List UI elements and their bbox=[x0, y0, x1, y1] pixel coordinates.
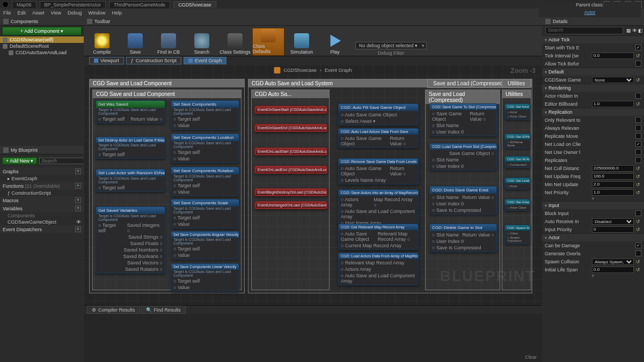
node-u1[interactable]: CGD::Set Actor RoActorActor Class bbox=[504, 104, 530, 120]
node-ev6[interactable]: EventUnchangedOnLoad (CGDAutoSaveAndLoad… bbox=[254, 201, 327, 209]
node-ev5[interactable]: EventBeginDestroyOnLoad (CGDAutoSaveAndL… bbox=[254, 188, 327, 196]
text-input[interactable] bbox=[592, 189, 634, 196]
grid-icon[interactable]: ▦ bbox=[626, 28, 631, 33]
component-autosave[interactable]: CGDAutoSaveAndLoad bbox=[0, 49, 84, 56]
node-u3[interactable]: CGD::Get All ActorComponent bbox=[504, 156, 530, 168]
toolbtn-compile[interactable]: Compile bbox=[86, 28, 118, 56]
reset-icon[interactable]: ↺ bbox=[636, 166, 641, 171]
window-tab-0[interactable]: Map06 bbox=[12, 1, 36, 8]
tab-compiler-results[interactable]: ⚙Compiler Results bbox=[87, 306, 140, 314]
checkbox[interactable]: ✓ bbox=[635, 141, 641, 147]
reset-icon[interactable]: ↺ bbox=[636, 219, 641, 224]
section-variables[interactable]: Variables+ bbox=[0, 204, 84, 212]
node-set-comp-rot[interactable]: Set Save Components RotationTarget is CG… bbox=[171, 167, 239, 196]
details-search[interactable]: Search bbox=[545, 27, 623, 34]
reset-icon[interactable]: ↺ bbox=[636, 267, 641, 272]
details-cat-replication[interactable]: Replication bbox=[542, 108, 644, 116]
node-u5[interactable]: CGD::Set UniqueActor Class bbox=[504, 199, 530, 211]
components-panel-title[interactable]: Components bbox=[0, 17, 84, 26]
tab-viewport[interactable]: Viewport bbox=[89, 57, 124, 64]
toolbtn-simulation[interactable]: Simulation bbox=[286, 28, 318, 56]
variables-sub[interactable]: Components bbox=[0, 212, 84, 219]
node-set-comp[interactable]: Set Save ComponentsTarget is CGDAuto Sav… bbox=[171, 100, 239, 130]
parent-class-link[interactable]: Actor bbox=[584, 10, 595, 15]
details-panel-title[interactable]: Details bbox=[542, 17, 644, 26]
node-u4[interactable]: CGD::Set Level OActor bbox=[504, 178, 530, 189]
reset-icon[interactable]: ↺ bbox=[636, 77, 641, 83]
menu-window[interactable]: Window bbox=[88, 10, 105, 16]
window-tab-1[interactable]: BP_SimplePersistentActor bbox=[40, 1, 106, 8]
node-autofill[interactable]: CGD::Auto Fill Save Game ObjectAuto Save… bbox=[338, 104, 419, 125]
node-set-comp-loc[interactable]: Set Save Components LocationTarget is CG… bbox=[171, 134, 239, 163]
reset-icon[interactable]: ↺ bbox=[636, 190, 641, 195]
node-set-comp-lin[interactable]: Set Save Components Linear VelocityTarge… bbox=[171, 263, 239, 292]
details-cat-actor[interactable]: Actor bbox=[542, 233, 644, 241]
section-graphs[interactable]: Graphs+ bbox=[0, 167, 84, 175]
node-u2[interactable]: CGD::Get ID/NameID/Name None bbox=[504, 134, 530, 149]
text-input[interactable] bbox=[592, 53, 634, 59]
text-input[interactable] bbox=[592, 181, 634, 188]
dropdown[interactable]: Always Spawn, Ignore Collis bbox=[592, 258, 634, 265]
node-set-destroy[interactable]: Set Destroy Actor on Load Game if Was No… bbox=[96, 137, 165, 159]
node-ev4[interactable]: EventOnLoadEnd (CGDAutoSaveAndLoad) bbox=[254, 166, 327, 174]
expand-down-icon[interactable]: ▼ bbox=[542, 274, 644, 278]
function-item[interactable]: ƒ ConstructionScript bbox=[0, 190, 84, 196]
eye-icon[interactable]: 👁 bbox=[632, 28, 637, 33]
node-loadarr[interactable]: CGD::Load Actors Data From Array of MapR… bbox=[338, 253, 419, 285]
node-set-comp-ang[interactable]: Set Save Components Angular VelocityTarg… bbox=[171, 231, 239, 260]
details-cat-default[interactable]: Default bbox=[542, 68, 644, 76]
toolbtn-classsettings[interactable]: Class Settings bbox=[219, 28, 251, 56]
breadcrumb-class[interactable]: CGDShowcase bbox=[283, 68, 317, 73]
add-component-button[interactable]: + Add Component ▾ bbox=[2, 27, 82, 35]
section-macros[interactable]: Macros+ bbox=[0, 196, 84, 204]
node-savearr[interactable]: CGD::Save Actors into an Array of MapRec… bbox=[338, 189, 419, 227]
node-remove[interactable]: CGD::Remove Save Game Data From LevelsAu… bbox=[338, 158, 419, 184]
window-tab-2[interactable]: ThirdPersonGameMode bbox=[109, 1, 170, 8]
component-sceneroot[interactable]: DefaultSceneRoot bbox=[0, 43, 84, 49]
expand-down-icon[interactable]: ▼ bbox=[542, 196, 644, 201]
node-set-comp-scale[interactable]: Set Save Components ScaleTarget is CGDAu… bbox=[171, 199, 239, 228]
menu-help[interactable]: Help bbox=[112, 10, 122, 16]
toolbtn-search[interactable]: Search bbox=[186, 28, 218, 56]
graph-item[interactable]: ▸ EventGraph bbox=[0, 175, 84, 182]
checkbox[interactable] bbox=[635, 149, 641, 155]
breadcrumb-graph[interactable]: Event Graph bbox=[325, 68, 352, 73]
breadcrumb[interactable]: CGDShowcase › Event Graph bbox=[274, 67, 352, 73]
component-self[interactable]: CGDShowcase(self) bbox=[0, 36, 84, 43]
toolbtn-findcb[interactable]: Find in CB bbox=[152, 28, 185, 56]
debug-object-select[interactable]: No debug object selected ▾ bbox=[355, 42, 427, 49]
node-saveslot[interactable]: CGD::Save Game To Slot (Compressed)Save … bbox=[429, 104, 497, 136]
node-u6[interactable]: CGD::Spawn ActoClassSpawn Transform bbox=[504, 225, 530, 244]
reset-icon[interactable]: ↺ bbox=[636, 182, 641, 187]
checkbox[interactable] bbox=[635, 93, 641, 99]
section-functions[interactable]: Functions (21 Overridable)+ bbox=[0, 182, 84, 190]
text-input[interactable] bbox=[592, 101, 634, 107]
reset-icon[interactable]: ↺ bbox=[636, 174, 641, 179]
checkbox[interactable]: ✓ bbox=[635, 242, 641, 248]
dropdown[interactable]: Disabled bbox=[592, 218, 634, 225]
plus-icon[interactable]: + bbox=[75, 226, 81, 232]
checkbox[interactable] bbox=[635, 250, 641, 256]
reset-icon[interactable]: ↺ bbox=[636, 227, 641, 232]
toolbtn-play[interactable]: Play bbox=[319, 28, 351, 56]
checkbox[interactable] bbox=[635, 133, 641, 139]
add-new-button[interactable]: + Add New ▾ bbox=[2, 157, 37, 165]
details-cat-rendering[interactable]: Rendering bbox=[542, 84, 644, 92]
text-input[interactable] bbox=[592, 173, 634, 180]
text-input[interactable] bbox=[592, 226, 634, 233]
checkbox[interactable]: ✓ bbox=[635, 45, 641, 50]
node-ev3[interactable]: EventOnLoadStart (CGDAutoSaveAndLoad) bbox=[254, 147, 327, 156]
menu-file[interactable]: File bbox=[3, 10, 11, 16]
plus-icon[interactable]: + bbox=[75, 168, 81, 174]
details-cat-input[interactable]: Input bbox=[542, 201, 644, 209]
tab-find-results[interactable]: 🔍Find Results bbox=[141, 306, 186, 314]
layout-icon[interactable]: ◧ bbox=[638, 28, 643, 33]
menu-asset[interactable]: Asset bbox=[32, 10, 45, 16]
dropdown[interactable]: None bbox=[592, 77, 634, 83]
comment-tab-savecomp[interactable]: Save and Load (Compressed) bbox=[427, 79, 510, 88]
graph-canvas[interactable]: CGDShowcase › Event Graph Zoom -3 BLUEPR… bbox=[84, 65, 542, 305]
eye-icon[interactable]: 👁 bbox=[76, 219, 81, 225]
menu-edit[interactable]: Edit bbox=[18, 10, 26, 16]
reset-icon[interactable]: ↺ bbox=[636, 259, 641, 264]
checkbox[interactable] bbox=[635, 61, 641, 67]
